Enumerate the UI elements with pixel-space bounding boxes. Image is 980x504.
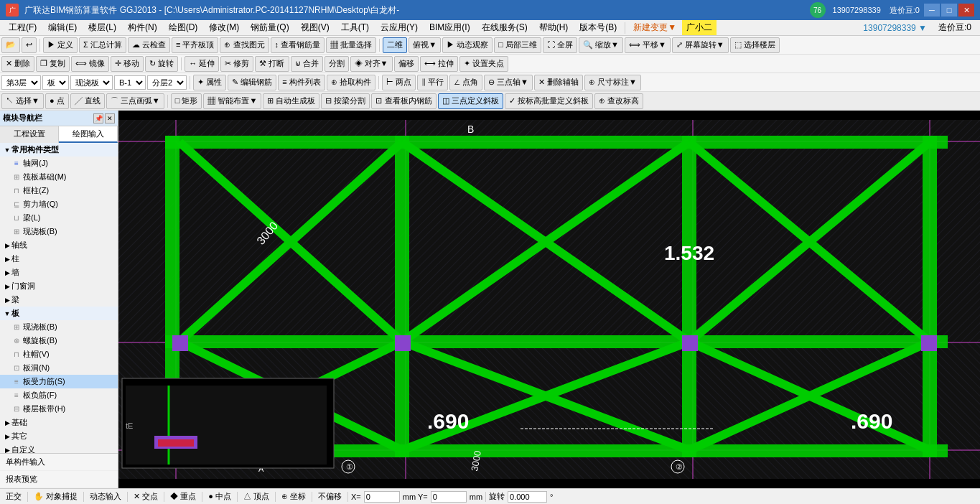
win-min-btn[interactable]: ─	[924, 4, 940, 17]
single-part-input[interactable]: 单构件输入	[0, 454, 118, 471]
find-btn[interactable]: ⊕ 查找图元	[220, 37, 269, 53]
tree-neg-rebar[interactable]: ≡ 板负筋(F)	[0, 388, 118, 402]
rotate-btn[interactable]: ⤢ 屏幕旋转▼	[672, 37, 729, 53]
fullscreen-btn[interactable]: ⛶ 全屏	[543, 37, 577, 53]
view-steel-btn[interactable]: ↕ 查看钢筋量	[271, 37, 325, 53]
status-orthogonal[interactable]: 正交	[3, 491, 24, 502]
tree-doorwin[interactable]: ▶ 门窗洞	[0, 279, 118, 293]
delete-btn[interactable]: ✕ 删除	[1, 56, 34, 72]
menu-floor[interactable]: 楼层(L)	[83, 20, 122, 35]
smart-place-btn[interactable]: ▦ 智能布置▼	[203, 93, 261, 109]
tree-foundation[interactable]: ▶ 基础	[0, 416, 118, 429]
status-endpoint[interactable]: ◆ 重点	[167, 491, 199, 502]
tree-col[interactable]: ⊓ 框柱(Z)	[0, 184, 118, 197]
menu-new-change[interactable]: 新建变更▼	[627, 20, 682, 35]
win-close-btn[interactable]: ✕	[958, 4, 974, 17]
tree-slab-hole[interactable]: ⊡ 板洞(N)	[0, 361, 118, 375]
open-file-btn[interactable]: 📂	[1, 37, 20, 53]
menu-tool[interactable]: 工具(T)	[335, 20, 375, 35]
line-btn[interactable]: ╱ 直线	[70, 93, 105, 109]
dynamic-view-btn[interactable]: ▶ 动态观察	[442, 37, 493, 53]
node-tr[interactable]	[682, 335, 698, 351]
menu-modify[interactable]: 修改(M)	[203, 20, 245, 35]
menu-phone[interactable]: 13907298339 ▼	[857, 22, 933, 34]
three-axis-btn[interactable]: ⊖ 三点轴▼	[484, 75, 533, 90]
status-midpoint[interactable]: ● 中点	[205, 491, 234, 502]
stretch-btn[interactable]: ⟷ 拉伸	[420, 56, 458, 72]
tree-other[interactable]: ▶ 其它	[0, 429, 118, 443]
status-snap[interactable]: ✋ 对象捕捉	[31, 491, 80, 502]
select-mode-btn[interactable]: ↖ 选择▼	[1, 93, 44, 109]
code-select[interactable]: B-1	[114, 75, 146, 90]
three-point-slope-btn[interactable]: ◫ 三点定义斜板	[438, 93, 503, 109]
status-vertex[interactable]: △ 顶点	[241, 491, 272, 502]
rect-btn[interactable]: □ 矩形	[171, 93, 202, 109]
point-btn[interactable]: ● 点	[45, 93, 69, 109]
status-no-offset[interactable]: 不偏移	[315, 491, 345, 502]
type-select[interactable]: 板	[42, 75, 69, 90]
view-board-steel-btn[interactable]: ⊡ 查看板内钢筋	[371, 93, 436, 109]
parts-list-btn[interactable]: ≡ 构件列表	[278, 75, 325, 90]
tree-beam-main[interactable]: ▶ 梁	[0, 293, 118, 307]
trim-btn[interactable]: ✂ 修剪	[220, 56, 253, 72]
node-tl[interactable]	[172, 335, 188, 351]
tree-column[interactable]: ▶ 柱	[0, 252, 118, 266]
menu-steel[interactable]: 钢筋量(Q)	[245, 20, 294, 35]
status-coordinate[interactable]: ⊕ 坐标	[279, 491, 309, 502]
point-angle-btn[interactable]: ∠ 点角	[449, 75, 482, 90]
align-top-btn[interactable]: ≡ 平齐板顶	[172, 37, 218, 53]
status-dynamic[interactable]: 动态输入	[87, 491, 124, 502]
set-grip-btn[interactable]: ✦ 设置夹点	[459, 56, 508, 72]
batch-slope-btn[interactable]: ✓ 按标高批量定义斜板	[505, 93, 593, 109]
tab-draw-input[interactable]: 绘图输入	[59, 126, 118, 143]
node-tc[interactable]	[395, 335, 411, 351]
menu-coin[interactable]: 造价豆:0	[933, 20, 977, 35]
rotate-input[interactable]	[508, 491, 547, 503]
menu-gxe[interactable]: 广小二	[682, 20, 717, 35]
pan-btn[interactable]: ⟺ 平移▼	[625, 37, 671, 53]
2d-btn[interactable]: 二维	[383, 37, 407, 53]
tree-common-types[interactable]: ▼ 常用构件类型	[0, 143, 118, 157]
menu-draw[interactable]: 绘图(D)	[163, 20, 204, 35]
menu-online[interactable]: 在线服务(S)	[476, 20, 533, 35]
report-preview[interactable]: 报表预览	[0, 471, 118, 488]
win-max-btn[interactable]: □	[941, 4, 957, 17]
menu-part[interactable]: 构件(N)	[122, 20, 163, 35]
property-btn[interactable]: ✦ 属性	[193, 75, 226, 90]
tree-slab-rebar[interactable]: ≡ 板受力筋(S)	[0, 375, 118, 388]
rotate-elem-btn[interactable]: ↻ 旋转	[145, 56, 178, 72]
drawing-canvas[interactable]: B A 1.532 3000 .690 .690 3000 ① ②	[118, 111, 980, 488]
two-point-btn[interactable]: ⊢ 两点	[382, 75, 416, 90]
edit-steel-btn[interactable]: ✎ 编辑钢筋	[228, 75, 276, 90]
align-btn[interactable]: ◈ 对齐▼	[350, 56, 393, 72]
parallel-btn[interactable]: ∥ 平行	[417, 75, 448, 90]
move-btn[interactable]: ✛ 移动	[111, 56, 144, 72]
tree-raft[interactable]: ⊞ 筏板基础(M)	[0, 170, 118, 184]
define-btn[interactable]: ▶ 定义	[43, 37, 78, 53]
auto-gen-btn[interactable]: ⊞ 自动生成板	[263, 93, 319, 109]
arc-btn[interactable]: ⌒ 三点画弧▼	[106, 93, 164, 109]
sum-btn[interactable]: Σ 汇总计算	[79, 37, 126, 53]
tree-spiral-slab[interactable]: ⊛ 螺旋板(B)	[0, 334, 118, 347]
tree-custom[interactable]: ▶ 自定义	[0, 443, 118, 453]
tree-shearwall[interactable]: ⊑ 剪力墙(Q)	[0, 197, 118, 211]
tree-axis[interactable]: ≡ 轴网(J)	[0, 157, 118, 170]
menu-edit[interactable]: 编辑(E)	[42, 20, 83, 35]
break-btn[interactable]: ⚒ 打断	[255, 56, 289, 72]
split-btn[interactable]: 分割	[325, 56, 349, 72]
tree-slab-group[interactable]: ▼ 板	[0, 307, 118, 320]
menu-help[interactable]: 帮助(H)	[533, 20, 574, 35]
tab-project-settings[interactable]: 工程设置	[0, 126, 59, 143]
dim-btn[interactable]: ⊕ 尺寸标注▼	[584, 75, 641, 90]
select-floor-btn[interactable]: ⬚ 选择楼层	[730, 37, 780, 53]
menu-bim[interactable]: BIM应用(I)	[424, 20, 476, 35]
canvas-area[interactable]: B A 1.532 3000 .690 .690 3000 ① ②	[118, 111, 980, 488]
layer-select[interactable]: 分层2	[147, 75, 187, 90]
batch-select-btn[interactable]: ▦ 批量选择	[326, 37, 376, 53]
tree-axisline[interactable]: ▶ 轴线	[0, 238, 118, 252]
offset-btn[interactable]: 偏移	[394, 56, 419, 72]
split-beam-btn[interactable]: ⊟ 按梁分割	[321, 93, 370, 109]
tree-slab-common[interactable]: ⊞ 现浇板(B)	[0, 225, 118, 238]
subtype-select[interactable]: 现浇板	[70, 75, 113, 90]
tree-cast-slab[interactable]: ⊞ 现浇板(B)	[0, 320, 118, 334]
